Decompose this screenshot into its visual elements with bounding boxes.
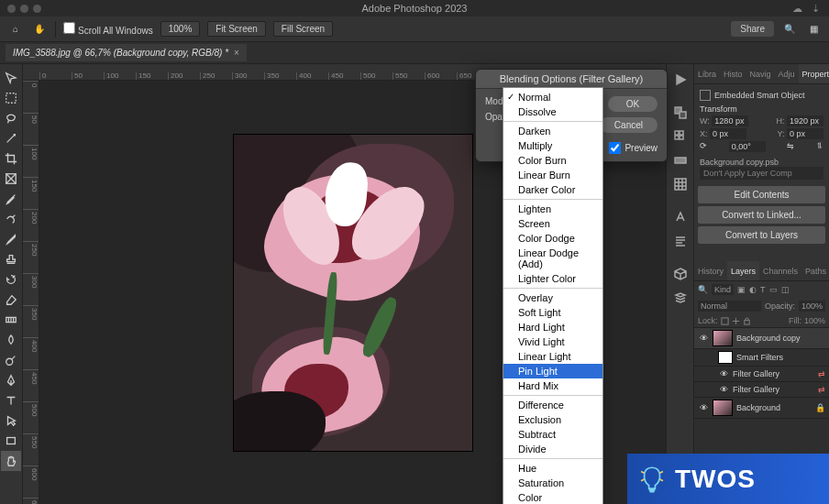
- menu-item[interactable]: Dissolve: [503, 104, 602, 119]
- menu-item[interactable]: Saturation: [503, 476, 602, 490]
- window-close-dot[interactable]: [7, 5, 16, 13]
- layer-thumb[interactable]: [713, 330, 733, 346]
- home-icon[interactable]: ⌂: [7, 21, 24, 38]
- gradient-tool-icon[interactable]: [1, 310, 21, 330]
- menu-item[interactable]: Hue: [503, 461, 602, 476]
- layer-row[interactable]: 👁 Background copy: [694, 328, 829, 349]
- opacity-field[interactable]: 100%: [799, 301, 825, 312]
- menu-item[interactable]: Linear Dodge (Add): [503, 246, 602, 271]
- crop-tool-icon[interactable]: [1, 148, 21, 169]
- kind-filter[interactable]: Kind: [712, 284, 734, 295]
- window-max-dot[interactable]: [33, 5, 41, 13]
- ok-button[interactable]: OK: [608, 96, 658, 112]
- eyedropper-tool-icon[interactable]: [1, 189, 21, 209]
- menu-item[interactable]: Multiply: [503, 138, 602, 153]
- cloud-icon[interactable]: ☁︎: [792, 3, 802, 15]
- stack-panel-icon[interactable]: [669, 286, 692, 310]
- menu-item[interactable]: Color: [503, 490, 602, 504]
- filter-settings-icon[interactable]: ⇄: [818, 385, 825, 394]
- menu-item[interactable]: Lighten: [503, 202, 602, 216]
- menu-item[interactable]: Darker Color: [503, 182, 602, 197]
- lock-all-icon[interactable]: [743, 317, 751, 325]
- blend-mode-select[interactable]: Normal: [698, 301, 761, 312]
- menu-item[interactable]: Normal: [503, 90, 602, 104]
- close-icon[interactable]: ×: [234, 48, 239, 58]
- menu-item[interactable]: Difference: [503, 398, 602, 412]
- blur-tool-icon[interactable]: [1, 330, 21, 350]
- tab-paths[interactable]: Paths: [801, 261, 829, 280]
- visibility-toggle[interactable]: 👁: [698, 402, 709, 413]
- layer-name[interactable]: Filter Gallery: [733, 385, 779, 394]
- workspace-switcher-icon[interactable]: ▦: [805, 21, 822, 38]
- document-tab[interactable]: IMG_3588.jpg @ 66,7% (Background copy, R…: [6, 44, 247, 61]
- cancel-button[interactable]: Cancel: [600, 117, 658, 133]
- kind-search-icon[interactable]: 🔍: [698, 285, 708, 294]
- patterns-panel-icon[interactable]: [669, 172, 692, 196]
- visibility-toggle[interactable]: 👁: [718, 384, 729, 395]
- tab-histogram[interactable]: Histo: [720, 64, 746, 83]
- menu-item[interactable]: Soft Light: [503, 305, 602, 320]
- 3d-panel-icon[interactable]: [669, 262, 692, 286]
- lock-pixels-icon[interactable]: [721, 317, 729, 325]
- blend-mode-dropdown[interactable]: NormalDissolveDarkenMultiplyColor BurnLi…: [503, 87, 603, 504]
- layer-thumb[interactable]: [713, 400, 733, 416]
- layer-comp-select[interactable]: Don't Apply Layer Comp: [700, 167, 823, 180]
- window-min-dot[interactable]: [20, 5, 28, 13]
- frame-tool-icon[interactable]: [1, 169, 21, 189]
- color-panel-icon[interactable]: [669, 101, 692, 125]
- filter-shape-icon[interactable]: ▭: [769, 285, 778, 294]
- layer-row[interactable]: Smart Filters: [694, 349, 829, 367]
- visibility-toggle[interactable]: 👁: [698, 333, 709, 344]
- tab-history[interactable]: History: [694, 261, 727, 280]
- menu-item[interactable]: Color Dodge: [503, 231, 602, 246]
- scroll-all-checkbox[interactable]: Scroll All Windows: [63, 22, 153, 36]
- visibility-toggle[interactable]: 👁: [718, 368, 729, 379]
- move-tool-icon[interactable]: [1, 68, 21, 88]
- type-tool-icon[interactable]: [1, 390, 21, 411]
- height-field[interactable]: 1920 px: [787, 115, 823, 126]
- fit-screen-button[interactable]: Fit Screen: [207, 21, 266, 37]
- lasso-tool-icon[interactable]: [1, 108, 21, 128]
- layer-name[interactable]: Background: [736, 403, 780, 412]
- y-field[interactable]: 0 px: [787, 128, 823, 139]
- hand-tool-icon-2[interactable]: [1, 451, 21, 471]
- character-panel-icon[interactable]: [669, 205, 692, 229]
- hand-tool-icon[interactable]: ✋: [31, 21, 48, 38]
- pen-tool-icon[interactable]: [1, 370, 21, 390]
- layer-row[interactable]: 👁 Filter Gallery ⇄: [694, 382, 829, 398]
- filter-type-icon[interactable]: T: [760, 285, 766, 294]
- edit-contents-button[interactable]: Edit Contents: [698, 186, 825, 203]
- play-actions-icon[interactable]: [669, 68, 692, 92]
- menu-item[interactable]: Exclusion: [503, 412, 602, 427]
- menu-item[interactable]: Pin Light: [503, 364, 602, 378]
- menu-item[interactable]: Linear Light: [503, 349, 602, 364]
- shape-tool-icon[interactable]: [1, 431, 21, 451]
- flip-h-icon[interactable]: ⇋: [787, 141, 794, 152]
- convert-layers-button[interactable]: Convert to Layers: [698, 226, 825, 244]
- menu-item[interactable]: Overlay: [503, 290, 602, 305]
- menu-item[interactable]: Hard Light: [503, 320, 602, 334]
- brush-tool-icon[interactable]: [1, 229, 21, 249]
- lock-position-icon[interactable]: [732, 317, 740, 325]
- layer-row[interactable]: 👁 Filter Gallery ⇄: [694, 367, 829, 382]
- flip-v-icon[interactable]: ⥮: [816, 141, 823, 152]
- layer-row[interactable]: 👁 Background 🔒: [694, 398, 829, 419]
- search-icon[interactable]: 🔍: [781, 21, 798, 38]
- zoom-percent-button[interactable]: 100%: [160, 21, 201, 37]
- layer-name[interactable]: Smart Filters: [736, 353, 783, 362]
- canvas-image[interactable]: [234, 135, 472, 451]
- filter-smart-icon[interactable]: ◫: [781, 285, 790, 294]
- tab-channels[interactable]: Channels: [759, 261, 801, 280]
- marquee-tool-icon[interactable]: [1, 88, 21, 108]
- width-field[interactable]: 1280 px: [712, 115, 748, 126]
- tab-layers[interactable]: Layers: [727, 261, 759, 280]
- tab-properties[interactable]: Properties: [799, 64, 829, 83]
- menu-item[interactable]: Lighter Color: [503, 271, 602, 286]
- stamp-tool-icon[interactable]: [1, 249, 21, 269]
- layer-name[interactable]: Filter Gallery: [733, 369, 779, 378]
- swatches-panel-icon[interactable]: [669, 125, 692, 148]
- menu-item[interactable]: Subtract: [503, 427, 602, 442]
- menu-item[interactable]: Divide: [503, 442, 602, 456]
- menu-item[interactable]: Hard Mix: [503, 378, 602, 393]
- x-field[interactable]: 0 px: [710, 128, 746, 139]
